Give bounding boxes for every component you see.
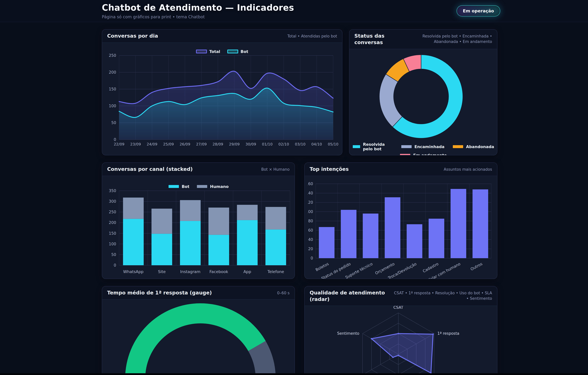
svg-text:200: 200	[109, 220, 116, 225]
legend-label: Total	[209, 49, 220, 54]
channels-legend: Bot Humano	[102, 184, 294, 189]
svg-text:60: 60	[308, 228, 313, 232]
panel-title: Status das conversas	[354, 33, 394, 46]
panel-conversas-por-canal: Conversas por canal (stacked) Bot × Huma…	[102, 162, 295, 279]
panel-title: Top intenções	[310, 166, 349, 172]
svg-text:Orçamento: Orçamento	[374, 261, 395, 275]
svg-text:100: 100	[109, 104, 116, 108]
panel-body: Total Bot 22/0923/0924/0925/0926/0927/09…	[102, 43, 342, 155]
svg-text:04/10: 04/10	[311, 142, 322, 146]
header-text-block: Chatbot de Atendimento — Indicadores Pág…	[102, 3, 294, 19]
page-title: Chatbot de Atendimento — Indicadores	[102, 3, 294, 13]
svg-text:02/10: 02/10	[278, 142, 289, 146]
daily-legend: Total Bot	[102, 49, 342, 54]
svg-text:Sentimento: Sentimento	[337, 331, 359, 336]
status-legend-row-1: Resolvida pelo bot Encaminhada Abandonad…	[352, 142, 494, 151]
panel-status-das-conversas: Status das conversas Resolvida pelo bot …	[349, 29, 497, 155]
legend-item-humano[interactable]: Humano	[196, 184, 229, 189]
panel-header: Status das conversas Resolvida pelo bot …	[349, 30, 497, 49]
svg-text:120: 120	[308, 200, 313, 205]
legend-item-em-andamento[interactable]: Em andamento	[399, 153, 447, 155]
panel-subtitle: Bot × Humano	[261, 166, 290, 172]
panel-body: CSAT1ª respostaResoluçãoUso do botSLASen…	[305, 306, 497, 375]
svg-text:Telefone: Telefone	[267, 269, 284, 274]
svg-text:0: 0	[114, 137, 116, 142]
svg-text:100: 100	[109, 242, 116, 246]
row-3: Tempo médio de 1ª resposta (gauge) 0–60 …	[102, 286, 497, 375]
svg-text:30/09: 30/09	[245, 142, 256, 146]
svg-text:250: 250	[109, 53, 116, 58]
daily-area-chart: 22/0923/0924/0925/0926/0927/0928/0929/09…	[105, 43, 340, 147]
encaminhada-swatch-icon	[401, 145, 412, 148]
svg-text:150: 150	[109, 231, 116, 235]
dashboard-grid: Conversas por dia Total • Atendidas pelo…	[102, 29, 497, 375]
svg-text:1ª resposta: 1ª resposta	[437, 331, 459, 336]
svg-text:100: 100	[308, 209, 313, 214]
bot-swatch-icon	[227, 50, 238, 53]
panel-title: Tempo médio de 1ª resposta (gauge)	[107, 290, 212, 296]
radar-chart: CSAT1ª respostaResoluçãoUso do botSLASen…	[305, 306, 497, 375]
status-legend-row-2: Em andamento	[399, 153, 447, 155]
svg-text:50: 50	[111, 121, 116, 125]
svg-text:Facebook: Facebook	[210, 269, 228, 274]
panel-subtitle: CSAT • 1ª resposta • Resolução • Uso do …	[393, 290, 492, 301]
panel-body: Bot Humano 050100150200250300350WhatsApp…	[102, 176, 294, 279]
svg-text:01/10: 01/10	[262, 142, 273, 146]
svg-text:05/10: 05/10	[328, 142, 338, 146]
legend-label: Abandonada	[466, 145, 494, 149]
total-swatch-icon	[196, 50, 207, 53]
panel-qualidade-radar: Qualidade de atendimento (radar) CSAT • …	[304, 286, 497, 375]
panel-header: Tempo médio de 1ª resposta (gauge) 0–60 …	[102, 286, 294, 300]
svg-text:Instagram: Instagram	[180, 269, 200, 274]
svg-text:150: 150	[109, 87, 116, 91]
svg-text:300: 300	[109, 199, 116, 204]
svg-text:Site: Site	[158, 269, 166, 274]
panel-header: Conversas por dia Total • Atendidas pelo…	[102, 30, 342, 43]
panel-header: Top intenções Assuntos mais acionados	[305, 163, 497, 176]
svg-text:350: 350	[109, 188, 116, 193]
panel-title: Conversas por canal (stacked)	[107, 166, 193, 172]
panel-header: Qualidade de atendimento (radar) CSAT • …	[305, 286, 497, 306]
legend-item-bot[interactable]: Bot	[168, 184, 189, 189]
panel-header: Conversas por canal (stacked) Bot × Huma…	[102, 163, 294, 176]
page-header: Chatbot de Atendimento — Indicadores Pág…	[0, 0, 588, 22]
panel-tempo-medio-gauge: Tempo médio de 1ª resposta (gauge) 0–60 …	[102, 286, 295, 375]
legend-item-encaminhada[interactable]: Encaminhada	[401, 142, 445, 151]
page-subtitle: Página só com gráficos para print • tema…	[102, 14, 294, 19]
svg-text:140: 140	[308, 191, 313, 195]
svg-text:App: App	[243, 269, 251, 274]
svg-text:80: 80	[308, 219, 313, 223]
panel-subtitle: 0–60 s	[277, 290, 290, 296]
svg-text:Outros: Outros	[470, 261, 483, 271]
svg-text:0: 0	[114, 263, 116, 268]
svg-text:200: 200	[109, 70, 116, 74]
svg-text:29/09: 29/09	[229, 142, 240, 146]
svg-text:160: 160	[308, 182, 313, 186]
panel-conversas-por-dia: Conversas por dia Total • Atendidas pelo…	[102, 29, 342, 155]
bot-swatch-icon	[168, 185, 179, 188]
abandonada-swatch-icon	[452, 145, 463, 148]
svg-text:24/09: 24/09	[147, 142, 157, 146]
legend-item-total[interactable]: Total	[196, 49, 220, 54]
svg-text:23/09: 23/09	[130, 142, 141, 146]
legend-item-bot[interactable]: Bot	[227, 49, 248, 54]
legend-label: Bot	[241, 49, 248, 54]
legend-label: Resolvida pelo bot	[363, 142, 393, 151]
legend-label: Humano	[210, 184, 229, 189]
panel-body: 020406080100120140160BoletosStatus do pe…	[305, 176, 497, 279]
legend-item-abandonada[interactable]: Abandonada	[452, 142, 494, 151]
status-badge: Em operação	[456, 5, 500, 17]
svg-text:Boletos: Boletos	[315, 261, 329, 272]
svg-text:WhatsApp: WhatsApp	[123, 269, 144, 274]
svg-text:25/09: 25/09	[163, 142, 174, 146]
svg-text:22/09: 22/09	[114, 142, 125, 146]
row-2: Conversas por canal (stacked) Bot × Huma…	[102, 162, 497, 279]
legend-label: Encaminhada	[414, 145, 445, 149]
legend-label: Em andamento	[413, 153, 447, 155]
horizontal-scrollbar[interactable]	[0, 373, 588, 375]
resolvida-swatch-icon	[352, 145, 361, 148]
panel-top-intencoes: Top intenções Assuntos mais acionados 02…	[304, 162, 497, 279]
svg-text:27/09: 27/09	[196, 142, 207, 146]
legend-item-resolvida[interactable]: Resolvida pelo bot	[352, 142, 393, 151]
em-andamento-swatch-icon	[399, 153, 411, 155]
